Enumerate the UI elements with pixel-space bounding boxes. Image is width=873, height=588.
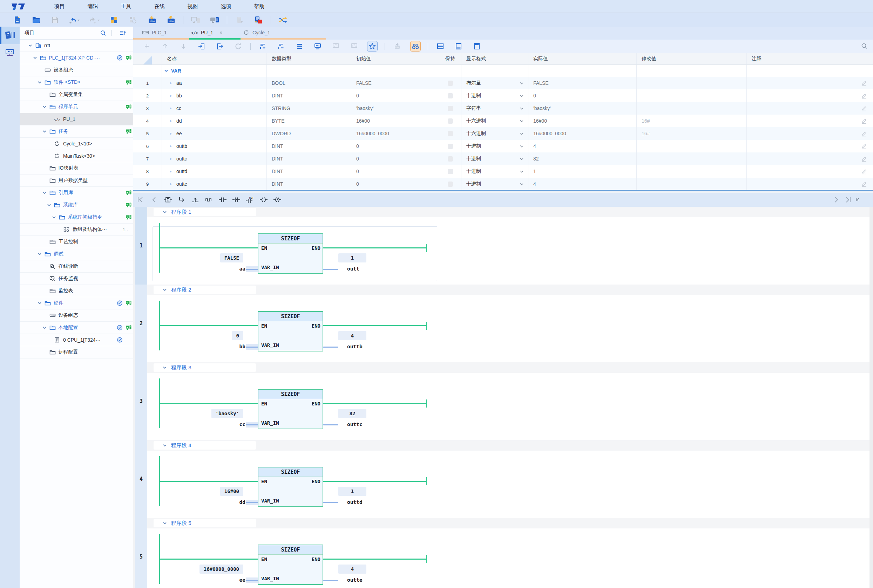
- output-operand-name[interactable]: outtc: [347, 422, 362, 427]
- tree-item-3[interactable]: 软件 <STD>: [20, 76, 133, 88]
- rail-project-panel[interactable]: [0, 27, 20, 44]
- segment-header[interactable]: 程序段 3: [147, 362, 870, 373]
- tree-item-21[interactable]: 硬件: [20, 297, 133, 309]
- tree-item-25[interactable]: 远程配置: [20, 346, 133, 358]
- menu-item-3[interactable]: 在线: [143, 3, 176, 10]
- output-operand-name[interactable]: outt: [347, 266, 359, 272]
- chevron-down-icon[interactable]: [42, 190, 47, 195]
- column-header-7[interactable]: 注释: [747, 53, 873, 64]
- display-format-dropdown[interactable]: 十进制: [461, 165, 528, 178]
- panel-top-button[interactable]: [472, 41, 482, 51]
- input-operand-name[interactable]: cc: [239, 422, 245, 427]
- edit-pencil-icon[interactable]: [861, 181, 867, 187]
- contact-no-button[interactable]: [218, 195, 227, 204]
- edge-fall-button[interactable]: [204, 195, 213, 204]
- new-file-button[interactable]: [12, 15, 23, 25]
- edit-pencil-icon[interactable]: [861, 105, 867, 111]
- display-format-dropdown[interactable]: 十进制: [461, 89, 528, 102]
- tree-item-1[interactable]: PLC_1[T324-XP-CD-···: [20, 52, 133, 64]
- split-horizontal-button[interactable]: [435, 41, 446, 51]
- tree-item-24[interactable]: 0 CPU_1[T324···: [20, 334, 133, 346]
- tree-item-11[interactable]: 用户数据类型: [20, 174, 133, 187]
- output-value-badge[interactable]: 1: [338, 254, 367, 262]
- menu-item-4[interactable]: 视图: [176, 3, 209, 10]
- coil-negated-button[interactable]: [273, 195, 282, 204]
- ladder-scrollbar[interactable]: [869, 207, 873, 588]
- contact-nc-button[interactable]: [232, 195, 241, 204]
- segment-header[interactable]: 程序段 2: [147, 285, 870, 296]
- input-value-badge[interactable]: 16#00: [220, 487, 243, 496]
- input-operand-name[interactable]: bb: [239, 344, 245, 350]
- column-header-1[interactable]: 数据类型: [266, 53, 351, 64]
- tree-item-6[interactable]: </> PU_1: [20, 113, 133, 126]
- comment-button[interactable]: [313, 41, 323, 51]
- retain-checkbox[interactable]: [448, 156, 453, 162]
- tree-item-12[interactable]: 引用库: [20, 187, 133, 199]
- sizeof-function-block[interactable]: SIZEOF EN ENO VAR_IN: [258, 544, 323, 585]
- column-header-6[interactable]: 修改值: [636, 53, 747, 64]
- chevron-down-icon[interactable]: [32, 55, 38, 61]
- coil-button[interactable]: [259, 195, 268, 204]
- tree-item-13[interactable]: 系统库: [20, 199, 133, 211]
- segment-title-chip[interactable]: 程序段 3: [153, 363, 256, 372]
- display-format-dropdown[interactable]: 十进制: [461, 178, 528, 190]
- column-header-5[interactable]: 实际值: [528, 53, 636, 64]
- element-box-button[interactable]: [163, 195, 173, 204]
- segment-title-chip[interactable]: 程序段 4: [153, 441, 256, 450]
- output-operand-name[interactable]: outte: [347, 577, 362, 583]
- insert-row-button[interactable]: [258, 41, 268, 51]
- monitor-values-button[interactable]: [410, 41, 421, 51]
- segment-header[interactable]: 程序段 4: [147, 440, 870, 451]
- tree-item-19[interactable]: 任务监视: [20, 273, 133, 285]
- table-row-cc[interactable]: 3 cc STRING 'baosky' 字符串 'baosky': [133, 102, 873, 115]
- branch-button[interactable]: [177, 195, 186, 204]
- chevron-down-icon[interactable]: [42, 325, 47, 330]
- table-row-outte[interactable]: 9 outte DINT 0 十进制 4: [133, 178, 873, 190]
- move-down-button[interactable]: [178, 41, 189, 51]
- search-icon[interactable]: [99, 29, 107, 36]
- nav-prev-button[interactable]: [150, 195, 159, 204]
- menu-item-2[interactable]: 工具: [110, 3, 143, 10]
- edit-pencil-icon[interactable]: [861, 156, 867, 162]
- retain-checkbox[interactable]: [448, 118, 453, 124]
- retain-checkbox[interactable]: [448, 182, 453, 187]
- delete-row-button[interactable]: [276, 41, 287, 51]
- sizeof-function-block[interactable]: SIZEOF EN ENO VAR_IN: [258, 467, 323, 507]
- table-row-dd[interactable]: 4 dd BYTE 16#00 十六进制 16#00 16#: [133, 115, 873, 127]
- tab-0[interactable]: PLC_1: [142, 27, 189, 38]
- rail-device-network[interactable]: [0, 44, 20, 62]
- tree-item-10[interactable]: IO映射表: [20, 162, 133, 174]
- undo-button[interactable]: [69, 15, 80, 25]
- comment-block-button[interactable]: /*: [331, 41, 341, 51]
- retain-checkbox[interactable]: [448, 131, 453, 136]
- tree-item-2[interactable]: 设备组态: [20, 64, 133, 76]
- segment-canvas[interactable]: SIZEOF EN ENO VAR_IN 16#0000_0000 ee 4 o…: [147, 528, 870, 588]
- move-up-button[interactable]: [160, 41, 170, 51]
- edit-pencil-icon[interactable]: [861, 80, 867, 86]
- display-format-dropdown[interactable]: 十六进制: [461, 127, 528, 140]
- add-row-button[interactable]: [142, 41, 152, 51]
- input-operand-name[interactable]: aa: [239, 266, 245, 272]
- edit-pencil-icon[interactable]: [861, 130, 867, 136]
- search-icon[interactable]: [860, 42, 868, 50]
- chevron-down-icon[interactable]: [37, 300, 42, 306]
- connect-device-button[interactable]: [209, 15, 220, 25]
- tree-item-18[interactable]: 在线诊断: [20, 260, 133, 273]
- chevron-down-icon[interactable]: [37, 80, 42, 85]
- table-row-bb[interactable]: 2 bb DINT 0 十进制 0: [133, 89, 873, 102]
- menu-item-5[interactable]: 选项: [209, 3, 243, 10]
- input-value-badge[interactable]: 'baosky': [212, 409, 243, 418]
- nav-first-button[interactable]: [136, 195, 145, 204]
- column-header-3[interactable]: 保持: [439, 53, 461, 64]
- download-to-plc-button[interactable]: 1100: [147, 15, 157, 25]
- run-stop-button[interactable]: [253, 15, 264, 25]
- simulator-button[interactable]: [234, 15, 245, 25]
- tree-item-17[interactable]: 调试: [20, 248, 133, 260]
- tab-1[interactable]: </>PU_1 ×: [191, 27, 241, 38]
- var-group-row[interactable]: VAR: [133, 65, 873, 77]
- input-operand-name[interactable]: ee: [239, 577, 245, 583]
- display-format-dropdown[interactable]: 布尔量: [461, 77, 528, 89]
- tab-close-icon[interactable]: ×: [219, 30, 222, 35]
- column-header-4[interactable]: 显示格式: [461, 53, 528, 64]
- chevron-down-icon[interactable]: [46, 202, 52, 208]
